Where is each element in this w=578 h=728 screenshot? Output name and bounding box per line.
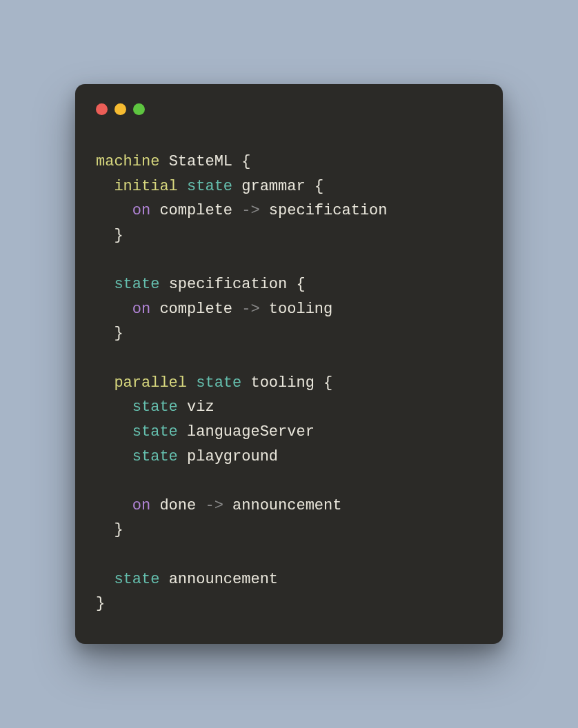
- code-token: specification: [169, 276, 288, 293]
- code-token: [232, 178, 241, 195]
- code-token: languageServer: [187, 423, 315, 441]
- code-token: [315, 374, 323, 392]
- code-line: initial state grammar {: [96, 174, 482, 199]
- code-token: on: [132, 301, 150, 318]
- code-token: initial: [114, 178, 177, 195]
- code-token: state: [132, 398, 178, 416]
- code-token: [96, 374, 114, 392]
- code-line: machine StateML {: [96, 150, 482, 174]
- code-line: state languageServer: [96, 420, 482, 445]
- window-titlebar: [96, 103, 482, 115]
- code-token: [187, 374, 196, 392]
- code-token: {: [241, 153, 250, 170]
- code-editor[interactable]: machine StateML { initial state grammar …: [96, 150, 482, 616]
- code-token: ->: [241, 202, 259, 219]
- code-token: [287, 276, 296, 293]
- code-token: [159, 276, 168, 293]
- code-token: [96, 398, 132, 416]
- code-token: [96, 325, 114, 342]
- close-icon[interactable]: [96, 103, 108, 115]
- code-line: }: [96, 223, 482, 248]
- code-token: [150, 497, 159, 514]
- minimize-icon[interactable]: [114, 103, 126, 115]
- code-token: [96, 276, 114, 293]
- code-token: {: [296, 276, 305, 293]
- code-token: [96, 227, 114, 244]
- code-token: [223, 497, 232, 514]
- code-token: on: [132, 202, 150, 219]
- code-token: specification: [269, 202, 388, 219]
- code-line: state specification {: [96, 272, 482, 297]
- code-token: parallel: [114, 374, 187, 392]
- code-line: state viz: [96, 395, 482, 420]
- code-line: parallel state tooling {: [96, 371, 482, 396]
- code-token: [196, 497, 205, 514]
- code-line: on complete -> specification: [96, 199, 482, 223]
- code-window: machine StateML { initial state grammar …: [75, 84, 503, 644]
- code-token: ->: [241, 301, 259, 318]
- code-token: ->: [205, 497, 223, 514]
- code-token: [178, 178, 187, 195]
- code-line: }: [96, 321, 482, 346]
- code-token: [96, 301, 132, 318]
- code-token: tooling: [250, 374, 314, 392]
- code-token: [150, 202, 159, 219]
- code-token: [96, 448, 132, 465]
- code-token: state: [114, 276, 159, 293]
- code-line: state announcement: [96, 567, 482, 592]
- code-line: on complete -> tooling: [96, 297, 482, 322]
- code-token: [306, 178, 315, 195]
- code-token: [260, 301, 269, 318]
- code-token: state: [132, 423, 178, 441]
- code-token: [178, 448, 187, 465]
- code-token: [96, 178, 114, 195]
- code-token: grammar: [241, 178, 305, 195]
- code-line: on done -> announcement: [96, 494, 482, 518]
- code-token: [178, 398, 187, 416]
- code-token: [96, 521, 114, 538]
- code-token: on: [132, 497, 150, 514]
- code-token: [159, 571, 168, 588]
- code-token: state: [196, 374, 241, 392]
- code-token: state: [132, 448, 178, 465]
- code-line: [96, 248, 482, 273]
- code-token: [178, 423, 187, 441]
- code-token: [241, 374, 250, 392]
- code-token: machine: [96, 153, 159, 170]
- code-token: [260, 202, 269, 219]
- code-line: state playground: [96, 445, 482, 469]
- code-token: [159, 153, 168, 170]
- code-token: tooling: [269, 301, 332, 318]
- maximize-icon[interactable]: [133, 103, 145, 115]
- code-token: }: [114, 521, 123, 538]
- code-line: }: [96, 518, 482, 543]
- code-token: announcement: [169, 571, 278, 588]
- code-token: [96, 571, 114, 588]
- code-token: [232, 301, 241, 318]
- code-line: }: [96, 592, 482, 616]
- code-token: complete: [159, 301, 232, 318]
- code-token: state: [187, 178, 232, 195]
- code-token: [232, 153, 241, 170]
- code-token: [232, 202, 241, 219]
- code-token: state: [114, 571, 159, 588]
- code-token: done: [159, 497, 196, 514]
- code-token: [96, 497, 132, 514]
- code-token: [96, 423, 132, 441]
- code-line: [96, 469, 482, 494]
- code-token: }: [114, 325, 123, 342]
- code-line: [96, 346, 482, 371]
- code-token: viz: [187, 398, 215, 416]
- code-token: {: [323, 374, 332, 392]
- code-token: {: [315, 178, 323, 195]
- code-token: announcement: [232, 497, 341, 514]
- code-token: playground: [187, 448, 278, 465]
- code-token: [150, 301, 159, 318]
- code-token: StateML: [169, 153, 232, 170]
- code-token: complete: [159, 202, 232, 219]
- code-line: [96, 543, 482, 567]
- code-token: [96, 202, 132, 219]
- code-token: }: [96, 595, 105, 612]
- code-token: }: [114, 227, 123, 244]
